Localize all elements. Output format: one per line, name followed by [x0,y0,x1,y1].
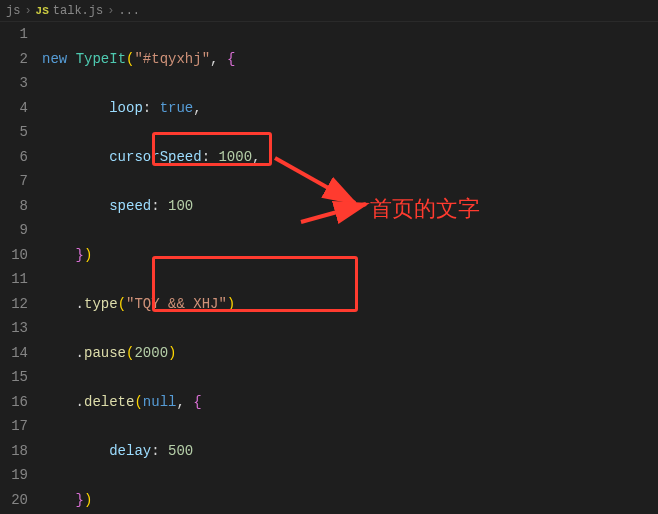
line-number: 12 [0,292,28,317]
line-number: 10 [0,243,28,268]
line-number: 6 [0,145,28,170]
line-number: 4 [0,96,28,121]
line-number: 9 [0,218,28,243]
code-line[interactable]: .delete(null, { [42,390,658,415]
line-number: 16 [0,390,28,415]
line-number: 14 [0,341,28,366]
line-number: 13 [0,316,28,341]
line-number: 17 [0,414,28,439]
line-number: 20 [0,488,28,513]
line-number: 8 [0,194,28,219]
code-line[interactable]: speed: 100 [42,194,658,219]
code-line[interactable]: }) [42,488,658,513]
code-area[interactable]: new TypeIt("#tqyxhj", { loop: true, curs… [42,22,658,514]
line-number: 18 [0,439,28,464]
line-number: 1 [0,22,28,47]
code-line[interactable]: .type("TQY && XHJ") [42,292,658,317]
line-number: 3 [0,71,28,96]
code-line[interactable]: cursorSpeed: 1000, [42,145,658,170]
code-line[interactable]: }) [42,243,658,268]
line-number: 5 [0,120,28,145]
code-line[interactable]: loop: true, [42,96,658,121]
breadcrumb: js › JS talk.js › ... [0,0,658,22]
chevron-right-icon: › [24,4,31,18]
line-number: 15 [0,365,28,390]
line-number: 2 [0,47,28,72]
code-line[interactable]: .pause(2000) [42,341,658,366]
line-number: 11 [0,267,28,292]
code-line[interactable]: new TypeIt("#tqyxhj", { [42,47,658,72]
code-editor[interactable]: 1 2 3 4 5 6 7 8 9 10 11 12 13 14 15 16 1… [0,22,658,514]
breadcrumb-ext: js [6,4,20,18]
line-number-gutter: 1 2 3 4 5 6 7 8 9 10 11 12 13 14 15 16 1… [0,22,42,514]
breadcrumb-more: ... [118,4,140,18]
js-file-icon: JS [36,5,49,17]
annotation-label: 首页的文字 [370,194,480,224]
line-number: 7 [0,169,28,194]
code-line[interactable]: delay: 500 [42,439,658,464]
line-number: 19 [0,463,28,488]
breadcrumb-filename: talk.js [53,4,103,18]
chevron-right-icon: › [107,4,114,18]
